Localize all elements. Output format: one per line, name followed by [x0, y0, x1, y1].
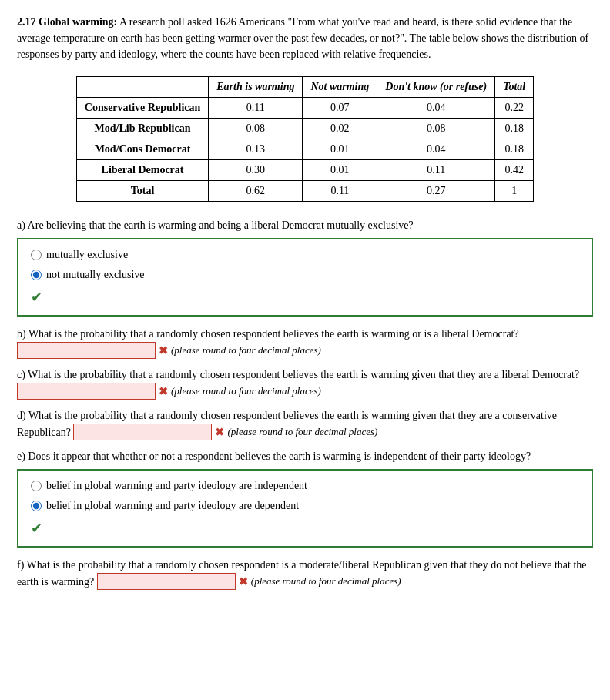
cell-value: 0.01 — [303, 139, 377, 160]
cell-value: 0.02 — [303, 119, 377, 139]
part-e-radio-independent[interactable] — [31, 481, 42, 491]
cell-value: 0.08 — [377, 119, 495, 139]
part-a-label-not-mutually-exclusive: not mutually exclusive — [46, 269, 145, 281]
col-header-not-warming: Not warming — [303, 77, 377, 98]
part-c-input[interactable] — [17, 383, 156, 400]
cell-value: 0.11 — [209, 98, 303, 119]
cell-value: 1 — [495, 181, 534, 202]
part-e-label-independent: belief in global warming and party ideol… — [46, 480, 307, 492]
part-f-input-row: ✖ (please round to four decimal places) — [97, 573, 401, 590]
cell-value: 0.30 — [209, 160, 303, 181]
problem-title: 2.17 Global warming: — [17, 16, 117, 28]
table-row: Total0.620.110.271 — [76, 181, 533, 202]
col-header-dont-know: Don't know (or refuse) — [377, 77, 495, 98]
part-e-question: e) Does it appear that whether or not a … — [17, 448, 593, 464]
table-row: Liberal Democrat0.300.010.110.42 — [76, 160, 533, 181]
part-d-xmark: ✖ — [215, 424, 224, 440]
part-c-section: c) What is the probability that a random… — [17, 367, 593, 400]
row-label: Conservative Republican — [76, 98, 209, 119]
part-a-option-2-row: not mutually exclusive — [31, 269, 579, 281]
part-c-xmark: ✖ — [159, 383, 168, 400]
cell-value: 0.42 — [495, 160, 534, 181]
cell-value: 0.27 — [377, 181, 495, 202]
part-f-input[interactable] — [97, 573, 236, 590]
part-f-hint: (please round to four decimal places) — [251, 574, 401, 589]
row-label: Liberal Democrat — [76, 160, 209, 181]
part-e-section: e) Does it appear that whether or not a … — [17, 448, 593, 548]
part-d-input-row: ✖ (please round to four decimal places) — [73, 424, 377, 440]
part-b-question: b) What is the probability that a random… — [17, 326, 593, 359]
part-e-option-2-row: belief in global warming and party ideol… — [31, 500, 579, 512]
col-header-empty — [76, 77, 209, 98]
part-b-xmark: ✖ — [159, 343, 168, 359]
cell-value: 0.08 — [209, 119, 303, 139]
part-a-label-mutually-exclusive: mutually exclusive — [46, 249, 128, 261]
part-c-question: c) What is the probability that a random… — [17, 367, 593, 400]
part-e-checkmark: ✔ — [31, 520, 579, 537]
cell-value: 0.11 — [303, 181, 377, 202]
part-f-section: f) What is the probability that a random… — [17, 557, 593, 590]
part-f-question: f) What is the probability that a random… — [17, 557, 593, 590]
part-a-checkmark: ✔ — [31, 289, 579, 306]
part-b-section: b) What is the probability that a random… — [17, 326, 593, 359]
part-e-option-1-row: belief in global warming and party ideol… — [31, 480, 579, 492]
cell-value: 0.22 — [495, 98, 534, 119]
part-e-label-dependent: belief in global warming and party ideol… — [46, 500, 299, 512]
part-c-hint: (please round to four decimal places) — [171, 383, 321, 399]
intro-text: 2.17 Global warming: A research poll ask… — [17, 14, 593, 62]
part-d-input[interactable] — [73, 424, 212, 440]
part-a-radio-mutually-exclusive[interactable] — [31, 250, 42, 260]
cell-value: 0.11 — [377, 160, 495, 181]
part-a-answer-box: mutually exclusive not mutually exclusiv… — [17, 238, 593, 317]
part-f-xmark: ✖ — [239, 574, 248, 590]
col-header-total: Total — [495, 77, 534, 98]
row-label: Total — [76, 181, 209, 202]
part-a-radio-not-mutually-exclusive[interactable] — [31, 270, 42, 280]
cell-value: 0.18 — [495, 119, 534, 139]
part-e-answer-box: belief in global warming and party ideol… — [17, 469, 593, 548]
row-label: Mod/Cons Democrat — [76, 139, 209, 160]
part-b-hint: (please round to four decimal places) — [171, 343, 321, 358]
table-row: Mod/Cons Democrat0.130.010.040.18 — [76, 139, 533, 160]
part-b-input[interactable] — [17, 342, 156, 359]
table-row: Mod/Lib Republican0.080.020.080.18 — [76, 119, 533, 139]
col-header-warming: Earth is warming — [209, 77, 303, 98]
part-b-input-row: ✖ (please round to four decimal places) — [17, 342, 321, 359]
cell-value: 0.13 — [209, 139, 303, 160]
cell-value: 0.01 — [303, 160, 377, 181]
cell-value: 0.07 — [303, 98, 377, 119]
part-a-question: a) Are believing that the earth is warmi… — [17, 217, 593, 233]
part-c-input-row: ✖ (please round to four decimal places) — [17, 383, 321, 400]
data-table: Earth is warming Not warming Don't know … — [76, 76, 534, 202]
part-e-radio-dependent[interactable] — [31, 501, 42, 511]
part-d-hint: (please round to four decimal places) — [227, 424, 377, 440]
part-a-option-1-row: mutually exclusive — [31, 249, 579, 261]
part-d-question: d) What is the probability that a random… — [17, 407, 593, 440]
cell-value: 0.18 — [495, 139, 534, 160]
row-label: Mod/Lib Republican — [76, 119, 209, 139]
cell-value: 0.04 — [377, 139, 495, 160]
part-a-section: a) Are believing that the earth is warmi… — [17, 217, 593, 317]
cell-value: 0.04 — [377, 98, 495, 119]
cell-value: 0.62 — [209, 181, 303, 202]
part-d-section: d) What is the probability that a random… — [17, 407, 593, 440]
table-row: Conservative Republican0.110.070.040.22 — [76, 98, 533, 119]
